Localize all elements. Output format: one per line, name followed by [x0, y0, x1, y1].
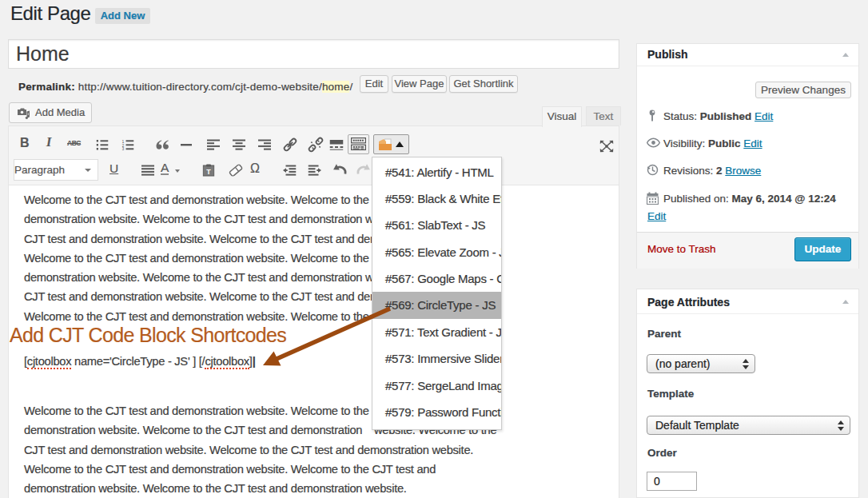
- svg-text:3: 3: [122, 146, 125, 150]
- svg-text:T: T: [206, 168, 211, 176]
